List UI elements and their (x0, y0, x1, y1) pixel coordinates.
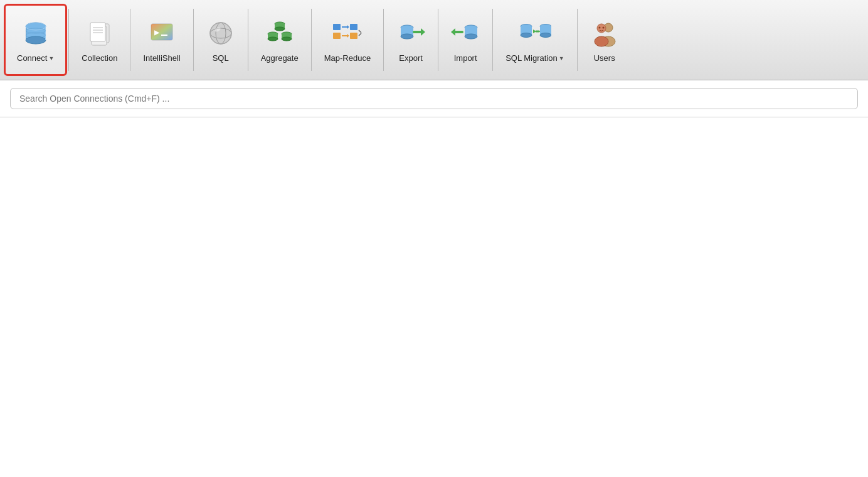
sql-migration-icon (519, 17, 551, 50)
sql-migration-button[interactable]: SQL Migration ▼ (494, 4, 576, 76)
collection-label: Collection (82, 53, 117, 63)
svg-point-66 (602, 27, 604, 29)
separator-2 (130, 9, 130, 71)
svg-rect-39 (350, 33, 357, 39)
import-label: Import (454, 53, 477, 63)
separator-4 (248, 9, 248, 71)
svg-marker-35 (347, 25, 349, 29)
sql-button[interactable]: SQL (195, 4, 246, 76)
separator-3 (193, 9, 194, 71)
intellishell-label: IntelliShell (143, 53, 180, 63)
svg-point-54 (521, 33, 532, 38)
collection-icon (85, 17, 114, 50)
map-reduce-icon (331, 17, 364, 50)
svg-marker-48 (451, 28, 455, 36)
search-bar-wrap (0, 80, 868, 117)
svg-point-51 (465, 34, 477, 39)
svg-point-28 (268, 37, 278, 41)
svg-line-41 (359, 33, 361, 36)
sql-icon (206, 17, 235, 50)
intellishell-button[interactable]: ▶ IntelliShell (132, 4, 191, 76)
separator-7 (438, 9, 438, 71)
separator-6 (383, 9, 384, 71)
aggregate-button[interactable]: Aggregate (250, 4, 310, 76)
svg-point-65 (598, 27, 600, 29)
import-button[interactable]: Import (440, 4, 491, 76)
export-icon (396, 17, 425, 50)
map-reduce-label: Map-Reduce (324, 53, 371, 63)
svg-point-64 (595, 36, 608, 46)
toolbar: Connect ▼ Collection (0, 0, 868, 80)
search-connections-input[interactable] (10, 88, 858, 109)
svg-rect-4 (45, 26, 46, 40)
separator-9 (577, 9, 578, 71)
main-content (0, 117, 868, 477)
connect-button[interactable]: Connect ▼ (4, 4, 67, 76)
export-button[interactable]: Export (385, 4, 437, 76)
separator-8 (492, 9, 493, 71)
connect-dropdown-arrow: ▼ (48, 55, 54, 62)
separator-5 (311, 9, 312, 71)
import-icon (451, 17, 480, 50)
sql-migration-label: SQL Migration (505, 53, 558, 63)
svg-line-40 (359, 30, 361, 33)
aggregate-icon (264, 17, 295, 50)
collection-button[interactable]: Collection (70, 4, 129, 76)
separator-1 (68, 9, 69, 71)
connect-label: Connect (17, 53, 47, 63)
sql-migration-dropdown-arrow: ▼ (559, 55, 564, 62)
users-label: Users (594, 53, 615, 63)
svg-point-25 (275, 27, 285, 31)
svg-point-44 (401, 34, 413, 39)
svg-point-60 (540, 33, 551, 38)
aggregate-label: Aggregate (261, 53, 299, 63)
sql-label: SQL (213, 53, 229, 63)
svg-rect-33 (333, 33, 341, 39)
svg-rect-10 (90, 23, 105, 41)
users-icon (590, 17, 619, 50)
svg-text:▶: ▶ (154, 27, 160, 37)
svg-rect-32 (333, 24, 341, 30)
svg-rect-38 (350, 24, 357, 30)
svg-marker-37 (347, 34, 349, 38)
export-label: Export (399, 53, 423, 63)
svg-rect-3 (26, 26, 26, 40)
svg-marker-46 (421, 28, 425, 36)
connect-icon (21, 17, 50, 50)
intellishell-icon: ▶ (147, 17, 176, 50)
users-button[interactable]: Users (579, 4, 630, 76)
map-reduce-button[interactable]: Map-Reduce (313, 4, 382, 76)
svg-point-31 (282, 37, 292, 41)
